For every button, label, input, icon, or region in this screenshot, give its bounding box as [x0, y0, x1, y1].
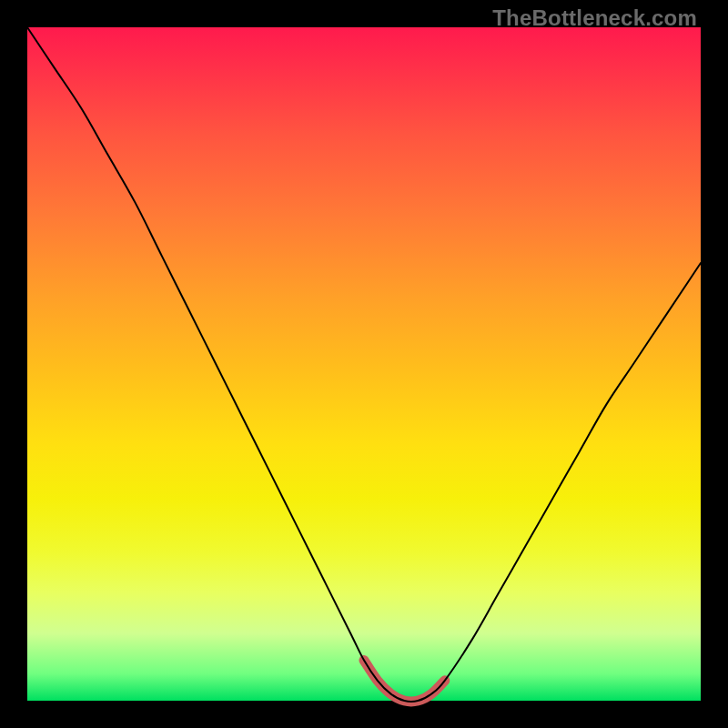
highlight-segment	[364, 661, 445, 702]
chart-frame: TheBottleneck.com	[0, 0, 728, 728]
curve-svg	[27, 27, 701, 701]
plot-area	[27, 27, 701, 701]
bottleneck-curve	[27, 27, 701, 702]
